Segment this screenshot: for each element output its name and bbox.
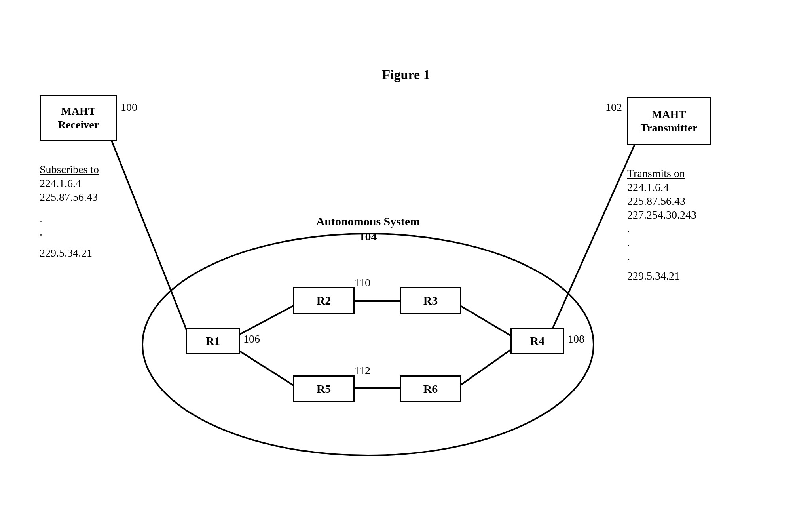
ellipsis-dot: .	[627, 222, 746, 236]
receiver-info-header: Subscribes to	[40, 162, 142, 176]
router-r1: R1	[186, 328, 240, 354]
as-label-text: Autonomous System	[289, 214, 447, 229]
link-transmitter-r4	[548, 135, 639, 339]
router-r3: R3	[400, 287, 461, 314]
router-r4-ref: 108	[568, 333, 584, 345]
transmitter-addr-0: 224.1.6.4	[627, 180, 746, 194]
router-r5: R5	[293, 375, 355, 402]
transmitter-info: Transmits on 224.1.6.4 225.87.56.43 227.…	[627, 166, 746, 283]
as-ref: 104	[289, 229, 447, 244]
ellipsis-dot: .	[40, 211, 142, 225]
transmitter-info-header: Transmits on	[627, 166, 746, 180]
link-r1-r2	[235, 305, 295, 337]
as-label: Autonomous System 104	[289, 214, 447, 244]
receiver-ref: 100	[121, 101, 137, 114]
transmitter-node: MAHT Transmitter	[627, 97, 711, 145]
receiver-addr-1: 225.87.56.43	[40, 190, 142, 204]
router-r1-ref: 106	[243, 333, 260, 345]
link-r3-r4	[459, 305, 512, 337]
ellipsis-dot: .	[627, 236, 746, 250]
transmitter-addr-1: 225.87.56.43	[627, 194, 746, 208]
transmitter-ref: 102	[605, 101, 622, 114]
link-r6-r4	[459, 349, 512, 386]
router-r2: R2	[293, 287, 355, 314]
receiver-node: MAHT Receiver	[40, 95, 117, 141]
receiver-addr-tail: 229.5.34.21	[40, 246, 142, 260]
receiver-addr-0: 224.1.6.4	[40, 176, 142, 190]
router-r6: R6	[400, 375, 461, 402]
diagram-canvas: Figure 1 Autonomous System 104 MAHT Rece…	[0, 0, 812, 522]
ellipsis-dot: .	[40, 225, 142, 239]
transmitter-addr-tail: 229.5.34.21	[627, 269, 746, 283]
router-r5-ref: 112	[354, 364, 370, 377]
link-r1-r5	[235, 349, 295, 386]
router-r2-ref: 110	[354, 276, 370, 289]
receiver-info: Subscribes to 224.1.6.4 225.87.56.43 . .…	[40, 162, 142, 260]
figure-title: Figure 1	[0, 67, 812, 82]
router-r4: R4	[510, 328, 564, 354]
ellipsis-dot: .	[627, 250, 746, 263]
transmitter-addr-2: 227.254.30.243	[627, 208, 746, 222]
